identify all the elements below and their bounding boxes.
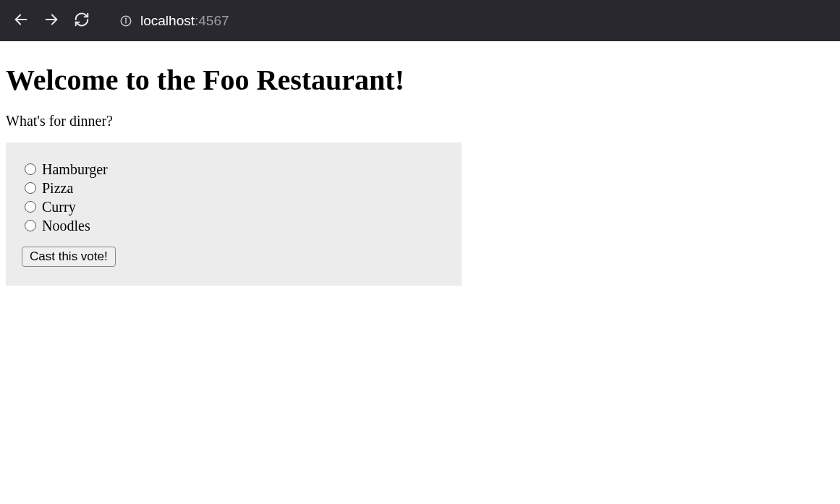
radio-noodles[interactable] [25,220,36,231]
option-label: Hamburger [42,160,108,179]
browser-toolbar: localhost:4567 [0,0,840,41]
address-bar[interactable]: localhost:4567 [110,7,805,35]
arrow-right-icon [43,12,59,30]
info-icon [119,14,133,28]
vote-form: Hamburger Pizza Curry Noodles Cast this … [6,142,462,286]
svg-point-4 [125,18,126,19]
option-label: Curry [42,197,76,216]
back-button[interactable] [7,7,35,35]
reload-icon [74,12,90,30]
url-port: :4567 [195,13,229,28]
option-label: Noodles [42,216,90,235]
radio-pizza[interactable] [25,182,36,194]
forward-button[interactable] [38,7,65,35]
cast-vote-button[interactable]: Cast this vote! [22,247,116,267]
option-row[interactable]: Pizza [25,179,446,197]
option-row[interactable]: Noodles [25,216,446,235]
option-row[interactable]: Curry [25,197,446,216]
page-title: Welcome to the Foo Restaurant! [6,63,834,97]
option-row[interactable]: Hamburger [25,160,446,179]
reload-button[interactable] [68,7,96,35]
url-text: localhost:4567 [140,13,229,29]
radio-hamburger[interactable] [25,163,36,175]
radio-curry[interactable] [25,201,36,213]
arrow-left-icon [13,12,29,30]
poll-question: What's for dinner? [6,113,834,129]
option-label: Pizza [42,179,73,197]
url-host: localhost [140,13,195,28]
page-content: Welcome to the Foo Restaurant! What's fo… [0,41,840,291]
